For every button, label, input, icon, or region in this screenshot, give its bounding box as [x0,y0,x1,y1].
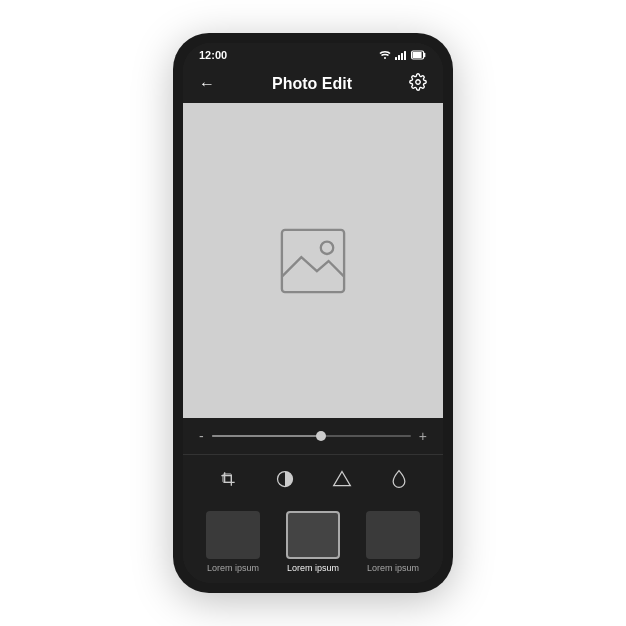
status-time: 12:00 [199,49,227,61]
page-title: Photo Edit [272,75,352,93]
svg-point-9 [321,241,333,253]
filter-thumb-3 [366,511,420,559]
gear-icon [409,73,427,91]
status-icons [379,50,427,60]
slider-thumb[interactable] [316,431,326,441]
svg-rect-6 [413,52,422,58]
adjustment-slider-area: - + [183,418,443,454]
slider-track[interactable] [212,435,411,437]
crop-icon [218,469,238,489]
battery-icon [411,50,427,60]
color-drop-icon [389,469,409,489]
contrast-tool-button[interactable] [269,463,301,495]
filter-item-3[interactable]: Lorem ipsum [366,511,420,573]
phone-screen: 12:00 [183,43,443,583]
wifi-icon [379,50,391,60]
svg-point-0 [384,57,386,59]
crop-tool-button[interactable] [212,463,244,495]
filter-label-1: Lorem ipsum [207,563,259,573]
color-tool-button[interactable] [383,463,415,495]
image-preview-area [183,103,443,418]
slider-row: - + [199,428,427,444]
image-placeholder [273,226,353,296]
svg-point-7 [416,80,421,85]
app-header: ← Photo Edit [183,65,443,103]
filter-label-2: Lorem ipsum [287,563,339,573]
slider-decrease-button[interactable]: - [199,428,204,444]
settings-button[interactable] [409,73,427,95]
brightness-icon [332,469,352,489]
svg-rect-8 [282,229,344,291]
svg-rect-4 [404,51,406,60]
slider-fill [212,435,322,437]
contrast-icon [275,469,295,489]
svg-marker-12 [333,472,350,486]
signal-icon [395,50,407,60]
svg-rect-1 [395,57,397,60]
brightness-tool-button[interactable] [326,463,358,495]
svg-rect-2 [398,55,400,60]
status-bar: 12:00 [183,43,443,65]
svg-rect-3 [401,53,403,60]
filter-row: Lorem ipsum Lorem ipsum Lorem ipsum [183,503,443,583]
phone-frame: 12:00 [173,33,453,593]
filter-thumb-1 [206,511,260,559]
filter-thumb-2 [286,511,340,559]
filter-item-1[interactable]: Lorem ipsum [206,511,260,573]
slider-increase-button[interactable]: + [419,428,427,444]
filter-label-3: Lorem ipsum [367,563,419,573]
filter-item-2[interactable]: Lorem ipsum [286,511,340,573]
tools-row [183,454,443,503]
back-button[interactable]: ← [199,75,215,93]
